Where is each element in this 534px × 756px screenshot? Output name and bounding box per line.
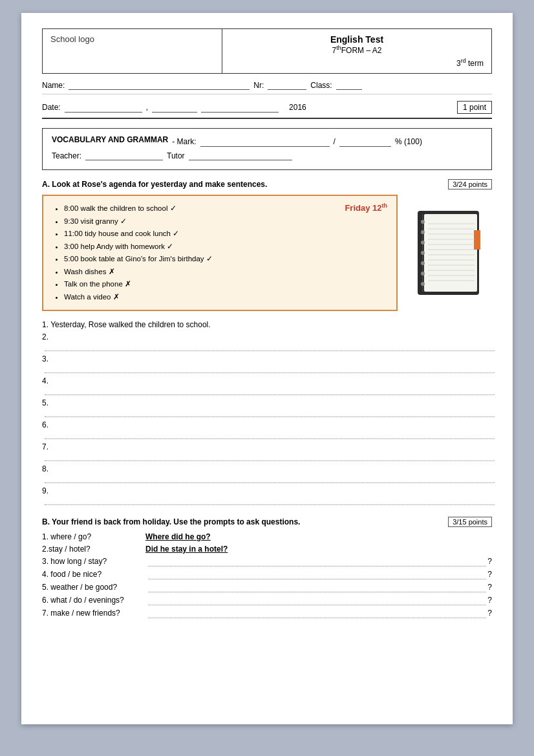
sentence-8: 8. <box>42 464 492 483</box>
b-row-4: 4. food / be nice? ? <box>42 570 492 579</box>
nr-label: Nr: <box>253 81 264 90</box>
test-subtitle: 7thFORM – A2 <box>230 45 484 55</box>
svg-point-17 <box>421 230 425 234</box>
b-prompt-4: 4. food / be nice? <box>42 570 145 579</box>
b-row-2: 2.stay / hotel? Did he stay in a hotel? <box>42 545 492 554</box>
point-box: 1 point <box>457 101 492 114</box>
test-title: English Test <box>230 34 484 45</box>
sentence-3-line <box>45 363 495 373</box>
sentence-5-num: 5. <box>42 398 48 407</box>
sentence-7-line <box>45 451 495 461</box>
name-label: Name: <box>42 81 65 90</box>
agenda-box: 8:00 walk the children to school ✓ 9:30 … <box>42 195 398 311</box>
svg-point-16 <box>421 220 425 224</box>
vocab-title-row: VOCABULARY AND GRAMMAR - Mark: / % (100) <box>52 135 482 148</box>
sentence-2-line <box>45 341 495 351</box>
sentence-6-line <box>45 429 495 439</box>
b-q-3: ? <box>487 557 492 566</box>
list-item: 8:00 walk the children to school ✓ <box>64 202 213 215</box>
b-prompt-2: 2.stay / hotel? <box>42 545 145 554</box>
b-row-3: 3. how long / stay? ? <box>42 557 492 567</box>
b-line-3 <box>148 557 486 567</box>
sentence-7: 7. <box>42 442 492 461</box>
svg-point-21 <box>421 272 425 275</box>
b-q-7: ? <box>487 609 492 618</box>
name-row: Name: Nr: Class: <box>42 80 492 94</box>
svg-point-18 <box>421 241 425 244</box>
b-prompt-3: 3. how long / stay? <box>42 557 145 566</box>
b-prompt-1: 1. where / go? <box>42 532 145 541</box>
sentence-1: 1. Yesterday, Rose walked the children t… <box>42 320 492 329</box>
vocab-teacher-field <box>85 151 163 160</box>
year-text: 2016 <box>289 103 306 112</box>
b-line-4 <box>148 570 486 579</box>
name-field <box>69 80 250 90</box>
sentence-8-line <box>45 473 495 483</box>
school-logo-cell: School logo <box>43 29 222 74</box>
svg-rect-1 <box>424 214 477 292</box>
b-q-6: ? <box>487 596 492 605</box>
list-item: 11:00 tidy house and cook lunch ✓ <box>64 228 213 241</box>
list-item: 9:30 visit granny ✓ <box>64 215 213 228</box>
b-answer-1: Where did he go? <box>145 532 262 541</box>
sentence-4-num: 4. <box>42 376 48 385</box>
section-b-points: 3/15 points <box>448 517 492 527</box>
section-b-title: B. Your friend is back from holiday. Use… <box>42 517 300 526</box>
b-prompt-7: 7. make / new friends? <box>42 609 145 618</box>
sentence-5-line <box>45 407 495 417</box>
nr-field <box>268 80 306 90</box>
section-b-rows: 1. where / go? Where did he go? 2.stay /… <box>42 532 492 618</box>
title-cell: English Test 7thFORM – A2 3rd term <box>222 29 492 74</box>
term-text: 3rd term <box>230 58 484 68</box>
list-item: Wash dishes ✗ <box>64 266 213 279</box>
sentence-4: 4. <box>42 376 492 395</box>
header-table: School logo English Test 7thFORM – A2 3r… <box>42 28 492 74</box>
vocab-teacher-label: Teacher: <box>52 151 81 160</box>
notebook-image <box>408 195 492 311</box>
svg-point-19 <box>421 251 425 255</box>
b-line-7 <box>148 609 486 618</box>
agenda-container: 8:00 walk the children to school ✓ 9:30 … <box>42 195 492 311</box>
school-logo-text: School logo <box>50 34 94 44</box>
class-field <box>336 80 362 90</box>
b-answer-2: Did he stay in a hotel? <box>145 545 262 554</box>
vocab-tutor-label: Tutor <box>167 151 185 160</box>
sentence-4-line <box>45 385 495 395</box>
sentence-6: 6. <box>42 420 492 439</box>
b-row-5: 5. weather / be good? ? <box>42 583 492 592</box>
section-a-title: A. Look at Rose's agenda for yesterday a… <box>42 180 267 189</box>
date-field2 <box>152 103 197 113</box>
b-prompt-6: 6. what / do / evenings? <box>42 596 145 605</box>
vocab-mark-label: - Mark: <box>172 137 196 146</box>
vocab-pct-field <box>339 137 391 147</box>
svg-point-20 <box>421 261 425 265</box>
date-label: Date: <box>42 103 61 112</box>
sentence-1-text: 1. Yesterday, Rose walked the children t… <box>42 320 211 329</box>
class-label: Class: <box>310 81 332 90</box>
sentence-3: 3. <box>42 354 492 373</box>
vocab-section: VOCABULARY AND GRAMMAR - Mark: / % (100)… <box>42 128 492 170</box>
list-item: Watch a video ✗ <box>64 291 213 304</box>
b-row-6: 6. what / do / evenings? ? <box>42 596 492 605</box>
sentence-7-num: 7. <box>42 442 48 451</box>
sentence-8-num: 8. <box>42 464 48 473</box>
sentence-3-num: 3. <box>42 354 48 363</box>
b-line-6 <box>148 596 486 605</box>
friday-label: Friday 12th <box>345 202 387 213</box>
list-item: 5:00 book table at Gino's for Jim's birt… <box>64 253 213 266</box>
b-row-1: 1. where / go? Where did he go? <box>42 532 492 541</box>
section-a-header: A. Look at Rose's agenda for yesterday a… <box>42 179 492 189</box>
svg-point-22 <box>421 282 425 286</box>
sentence-2-num: 2. <box>42 332 48 341</box>
page: School logo English Test 7thFORM – A2 3r… <box>21 13 513 724</box>
sentence-9-line <box>45 495 495 505</box>
vocab-teacher-row: Teacher: Tutor <box>52 151 482 160</box>
section-a-points: 3/24 points <box>448 179 492 189</box>
sentence-5: 5. <box>42 398 492 417</box>
agenda-header: 8:00 walk the children to school ✓ 9:30 … <box>52 202 387 303</box>
b-q-4: ? <box>487 570 492 579</box>
date-field3 <box>201 103 279 113</box>
b-line-5 <box>148 583 486 592</box>
b-prompt-5: 5. weather / be good? <box>42 583 145 592</box>
list-item: Talk on the phone ✗ <box>64 278 213 291</box>
